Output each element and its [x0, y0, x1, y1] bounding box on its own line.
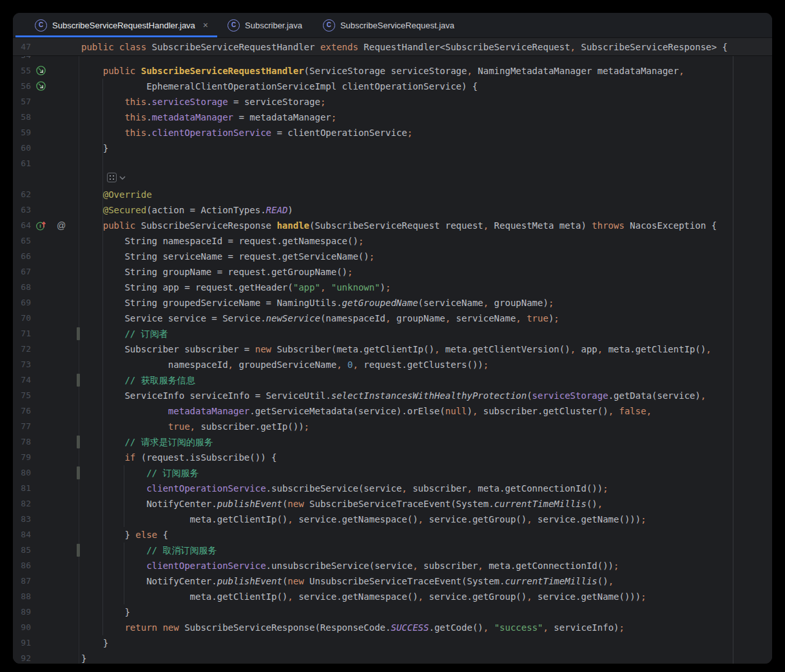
code-line[interactable]: 85 // 取消订阅服务 — [13, 542, 772, 558]
code-token: // 订阅服务 — [81, 468, 199, 478]
code-line[interactable]: 55 public SubscribeServiceRequestHandler… — [13, 63, 772, 79]
code-token: , — [527, 591, 538, 602]
line-number[interactable]: 69 — [13, 295, 31, 311]
code-line[interactable]: 66 String serviceName = request.getServi… — [13, 249, 772, 264]
code-line[interactable]: 57 this.serviceStorage = serviceStorage; — [13, 94, 772, 110]
code-token: SubscribeServiceResponse — [141, 220, 277, 231]
line-number[interactable]: 62 — [13, 187, 31, 202]
line-number[interactable]: 61 — [13, 156, 31, 171]
code-line[interactable]: 79 if (request.isSubscribe()) { — [13, 450, 772, 465]
code-line[interactable]: 82 NotifyCenter.publishEvent(new Subscri… — [13, 496, 772, 512]
code-line[interactable]: 63 @Secured(action = ActionTypes.READ) — [13, 202, 772, 218]
code-token: service.getGroup() — [429, 591, 527, 602]
close-icon[interactable]: × — [203, 21, 208, 30]
code-line[interactable]: 67 String groupName = request.getGroupNa… — [13, 264, 772, 280]
code-line[interactable]: 87 NotifyCenter.publishEvent(new Unsubsc… — [13, 573, 772, 589]
code-line[interactable]: 84 } else { — [13, 527, 772, 542]
code-line[interactable]: 58 this.metadataManager = metadataManage… — [13, 110, 772, 125]
line-number[interactable]: 85 — [13, 542, 31, 558]
line-number[interactable]: 60 — [13, 140, 31, 156]
chevron-down-icon[interactable] — [119, 176, 126, 180]
line-number[interactable]: 58 — [13, 110, 31, 125]
code-line[interactable]: 69 String groupedServiceName = NamingUti… — [13, 295, 772, 311]
code-line[interactable]: 60 } — [13, 140, 772, 156]
line-number[interactable]: 73 — [13, 357, 31, 372]
line-number[interactable]: 74 — [13, 372, 31, 388]
line-number[interactable]: 91 — [13, 635, 31, 651]
line-number[interactable]: 83 — [13, 512, 31, 527]
code-line[interactable]: 81 clientOperationService.subscribeServi… — [13, 481, 772, 496]
line-number[interactable]: 71 — [13, 326, 31, 341]
line-number[interactable]: 72 — [13, 341, 31, 357]
gutter — [31, 295, 79, 311]
line-number[interactable]: 65 — [13, 233, 31, 249]
editor-tab-1[interactable]: CSubscribeServiceRequestHandler.java× — [15, 13, 217, 37]
line-number[interactable]: 76 — [13, 403, 31, 419]
code-line[interactable]: 70 Service service = Service.newService(… — [13, 311, 772, 326]
code-line[interactable]: 78 // 请求是订阅的服务 — [13, 434, 772, 450]
code-line[interactable]: 65 String namespaceId = request.getNames… — [13, 233, 772, 249]
line-number[interactable]: 57 — [13, 94, 31, 110]
code-line[interactable]: 75 ServiceInfo serviceInfo = ServiceUtil… — [13, 388, 772, 403]
code-line[interactable]: 91 } — [13, 635, 772, 651]
line-number[interactable]: 79 — [13, 450, 31, 465]
line-number[interactable]: 81 — [13, 481, 31, 496]
code-token: subscriber — [423, 561, 478, 571]
spring-bean-icon[interactable] — [35, 81, 46, 94]
spring-bean-icon[interactable] — [35, 65, 46, 79]
code-line[interactable]: 61 — [13, 156, 772, 171]
editor-tab-3[interactable]: CSubscribeServiceRequest.java — [313, 13, 465, 37]
line-number[interactable]: 87 — [13, 573, 31, 589]
line-number[interactable]: 80 — [13, 465, 31, 481]
code-editor[interactable]: 5455 public SubscribeServiceRequestHandl… — [13, 56, 772, 664]
line-number[interactable]: 75 — [13, 388, 31, 403]
inlay-hint-row[interactable] — [13, 171, 772, 187]
line-number[interactable]: 88 — [13, 589, 31, 604]
code-line[interactable]: 64@ public SubscribeServiceResponse hand… — [13, 218, 772, 233]
line-number[interactable]: 82 — [13, 496, 31, 512]
code-text: String namespaceId = request.getNamespac… — [79, 233, 363, 249]
line-number[interactable]: 59 — [13, 125, 31, 140]
editor-tab-2[interactable]: CSubscriber.java — [217, 13, 313, 37]
external-annotation-icon[interactable]: @ — [57, 219, 66, 232]
line-number[interactable]: 90 — [13, 620, 31, 635]
code-line[interactable]: 76 metadataManager.getServiceMetadata(se… — [13, 403, 772, 419]
code-line[interactable]: 77 true, subscriber.getIp()); — [13, 419, 772, 434]
gutter — [31, 388, 79, 403]
line-number[interactable]: 84 — [13, 527, 31, 542]
line-number[interactable]: 56 — [13, 79, 31, 94]
line-number[interactable]: 47 — [13, 39, 31, 55]
line-number[interactable]: 78 — [13, 434, 31, 450]
code-text: } — [79, 635, 108, 651]
code-line[interactable]: 72 Subscriber subscriber = new Subscribe… — [13, 341, 772, 357]
code-line[interactable]: 86 clientOperationService.unsubscribeSer… — [13, 558, 772, 573]
line-number[interactable]: 92 — [13, 651, 31, 664]
implements-method-icon[interactable] — [35, 220, 47, 234]
line-number[interactable]: 63 — [13, 202, 31, 218]
code-line[interactable]: 71 // 订阅者 — [13, 326, 772, 341]
line-number[interactable]: 86 — [13, 558, 31, 573]
code-line[interactable]: 62 @Override — [13, 187, 772, 202]
line-number[interactable]: 68 — [13, 280, 31, 295]
code-line[interactable]: 88 meta.getClientIp(), service.getNamesp… — [13, 589, 772, 604]
code-line[interactable]: 89 } — [13, 604, 772, 620]
code-line[interactable]: 59 this.clientOperationService = clientO… — [13, 125, 772, 140]
code-line[interactable]: 56 EphemeralClientOperationServiceImpl c… — [13, 79, 772, 94]
line-number[interactable]: 64 — [13, 218, 31, 233]
code-line[interactable]: 92} — [13, 651, 772, 664]
code-line[interactable]: 74 // 获取服务信息 — [13, 372, 772, 388]
code-token: , — [483, 298, 494, 308]
code-line[interactable]: 73 namespaceId, groupedServiceName, 0, r… — [13, 357, 772, 372]
code-line[interactable]: 83 meta.getClientIp(), service.getNamesp… — [13, 512, 772, 527]
line-number[interactable]: 67 — [13, 264, 31, 280]
line-number[interactable]: 70 — [13, 311, 31, 326]
code-line[interactable]: 90 return new SubscribeServiceResponse(R… — [13, 620, 772, 635]
line-number[interactable]: 89 — [13, 604, 31, 620]
line-number[interactable]: 66 — [13, 249, 31, 264]
line-number[interactable]: 77 — [13, 419, 31, 434]
code-token: meta.getClientIp() — [81, 591, 287, 602]
ai-inlay-hint[interactable] — [107, 173, 126, 182]
code-line[interactable]: 68 String app = request.getHeader("app",… — [13, 280, 772, 295]
code-line[interactable]: 80 // 订阅服务 — [13, 465, 772, 481]
line-number[interactable]: 55 — [13, 63, 31, 79]
